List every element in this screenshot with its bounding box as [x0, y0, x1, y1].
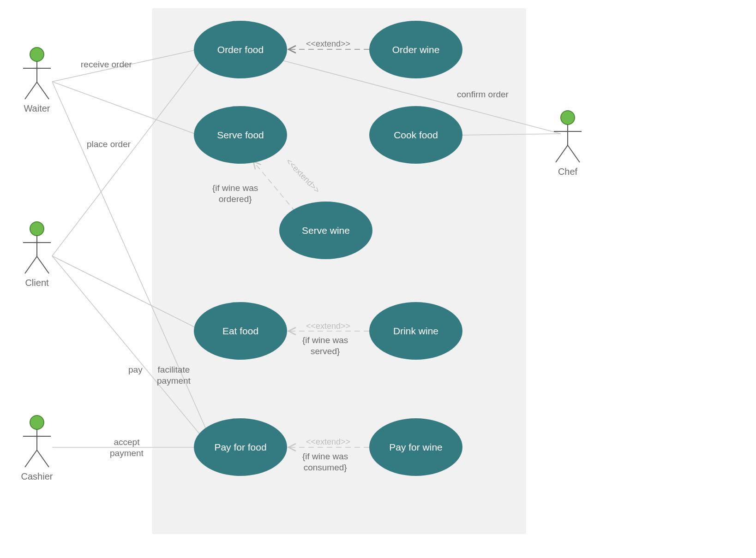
- usecase-serve-food-label: Serve food: [217, 130, 264, 141]
- label-extend-4: <<extend>>: [306, 437, 350, 447]
- usecase-drink-wine-label: Drink wine: [393, 326, 438, 337]
- label-pay: pay: [128, 364, 143, 375]
- guard-if-wine-ordered: {if wine was ordered}: [212, 183, 258, 205]
- actor-client-label: Client: [18, 278, 55, 288]
- usecase-order-wine: Order wine: [369, 21, 462, 78]
- actor-waiter-label: Waiter: [18, 103, 55, 114]
- svg-line-17: [37, 82, 49, 99]
- actor-waiter: Waiter: [18, 46, 55, 114]
- svg-line-16: [25, 82, 37, 99]
- guard-if-wine-consumed: {if wine was consumed}: [302, 451, 348, 473]
- actor-cashier: Cashier: [18, 414, 55, 482]
- svg-line-21: [25, 256, 37, 273]
- usecase-cook-food-label: Cook food: [394, 130, 438, 141]
- svg-line-22: [37, 256, 49, 273]
- svg-point-28: [561, 111, 575, 125]
- label-extend-3: <<extend>>: [306, 321, 350, 331]
- usecase-serve-wine-label: Serve wine: [302, 225, 350, 236]
- svg-point-18: [30, 222, 44, 236]
- label-facilitate-payment: facilitate payment: [157, 364, 191, 386]
- usecase-order-wine-label: Order wine: [392, 44, 440, 55]
- svg-line-32: [568, 145, 580, 162]
- label-receive-order: receive order: [81, 59, 132, 70]
- usecase-serve-food: Serve food: [194, 106, 287, 164]
- label-extend-1: <<extend>>: [306, 39, 350, 49]
- usecase-drink-wine: Drink wine: [369, 302, 462, 360]
- label-place-order: place order: [87, 139, 131, 150]
- guard-if-wine-served: {if wine was served}: [302, 335, 348, 357]
- usecase-pay-for-food: Pay for food: [194, 418, 287, 476]
- svg-line-31: [556, 145, 568, 162]
- usecase-order-food-label: Order food: [217, 44, 264, 55]
- svg-line-27: [37, 450, 49, 467]
- usecase-pay-for-wine: Pay for wine: [369, 418, 462, 476]
- svg-point-23: [30, 416, 44, 429]
- usecase-eat-food-label: Eat food: [222, 326, 258, 337]
- label-accept-payment: accept payment: [110, 437, 144, 459]
- usecase-order-food: Order food: [194, 21, 287, 78]
- usecase-pay-for-wine-label: Pay for wine: [389, 442, 443, 453]
- actor-chef: Chef: [549, 109, 586, 177]
- svg-point-13: [30, 47, 44, 61]
- actor-chef-label: Chef: [549, 166, 586, 177]
- actor-client: Client: [18, 220, 55, 288]
- usecase-serve-wine: Serve wine: [279, 202, 372, 259]
- usecase-eat-food: Eat food: [194, 302, 287, 360]
- label-confirm-order: confirm order: [457, 89, 509, 100]
- svg-line-26: [25, 450, 37, 467]
- actor-cashier-label: Cashier: [18, 471, 55, 482]
- usecase-cook-food: Cook food: [369, 106, 462, 164]
- usecase-pay-for-food-label: Pay for food: [214, 442, 266, 453]
